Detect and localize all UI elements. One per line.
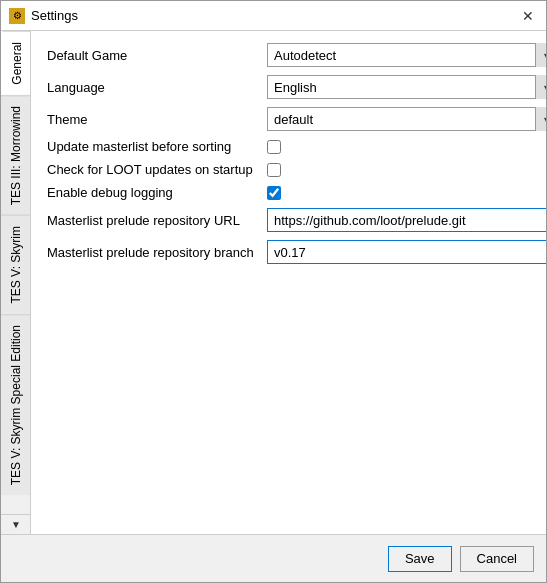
settings-window: ⚙ Settings ✕ General TES III: Morrowind … <box>0 0 547 583</box>
prelude-url-row: Masterlist prelude repository URL <box>47 208 530 232</box>
default-game-select-wrapper: Autodetect ▾ <box>267 43 546 67</box>
update-masterlist-label: Update masterlist before sorting <box>47 139 267 154</box>
theme-row: Theme default ▾ <box>47 107 530 131</box>
update-masterlist-control <box>267 140 530 154</box>
check-updates-checkbox[interactable] <box>267 163 281 177</box>
window-icon: ⚙ <box>9 8 25 24</box>
language-control: English ▾ <box>267 75 546 99</box>
sidebar-scroll-down[interactable]: ▼ <box>1 514 31 534</box>
sidebar-tab-morrowind[interactable]: TES III: Morrowind <box>1 95 30 215</box>
enable-debug-label: Enable debug logging <box>47 185 267 200</box>
theme-control: default ▾ <box>267 107 546 131</box>
content-area: General TES III: Morrowind TES V: Skyrim… <box>1 31 546 534</box>
prelude-branch-input[interactable] <box>267 240 546 264</box>
window-title: Settings <box>31 8 518 23</box>
main-panel: Default Game Autodetect ▾ Language <box>31 31 546 534</box>
default-game-label: Default Game <box>47 48 267 63</box>
prelude-branch-control <box>267 240 546 264</box>
prelude-branch-label: Masterlist prelude repository branch <box>47 245 267 260</box>
prelude-url-input[interactable] <box>267 208 546 232</box>
theme-label: Theme <box>47 112 267 127</box>
sidebar-tab-general[interactable]: General <box>1 31 31 95</box>
check-updates-row: Check for LOOT updates on startup <box>47 162 530 177</box>
update-masterlist-row: Update masterlist before sorting <box>47 139 530 154</box>
prelude-url-control <box>267 208 546 232</box>
language-row: Language English ▾ <box>47 75 530 99</box>
default-game-row: Default Game Autodetect ▾ <box>47 43 530 67</box>
prelude-url-label: Masterlist prelude repository URL <box>47 213 267 228</box>
default-game-select[interactable]: Autodetect <box>267 43 546 67</box>
footer: Save Cancel <box>1 534 546 582</box>
enable-debug-row: Enable debug logging <box>47 185 530 200</box>
save-button[interactable]: Save <box>388 546 452 572</box>
theme-select-wrapper: default ▾ <box>267 107 546 131</box>
theme-select[interactable]: default <box>267 107 546 131</box>
sidebar-tab-skyrim-se[interactable]: TES V: Skyrim Special Edition <box>1 314 30 495</box>
update-masterlist-checkbox[interactable] <box>267 140 281 154</box>
enable-debug-control <box>267 186 530 200</box>
sidebar: General TES III: Morrowind TES V: Skyrim… <box>1 31 31 534</box>
sidebar-tab-skyrim[interactable]: TES V: Skyrim <box>1 215 30 314</box>
prelude-branch-row: Masterlist prelude repository branch <box>47 240 530 264</box>
language-select[interactable]: English <box>267 75 546 99</box>
language-select-wrapper: English ▾ <box>267 75 546 99</box>
cancel-button[interactable]: Cancel <box>460 546 534 572</box>
check-updates-control <box>267 163 530 177</box>
check-updates-label: Check for LOOT updates on startup <box>47 162 267 177</box>
titlebar: ⚙ Settings ✕ <box>1 1 546 31</box>
close-button[interactable]: ✕ <box>518 6 538 26</box>
enable-debug-checkbox[interactable] <box>267 186 281 200</box>
language-label: Language <box>47 80 267 95</box>
default-game-control: Autodetect ▾ <box>267 43 546 67</box>
